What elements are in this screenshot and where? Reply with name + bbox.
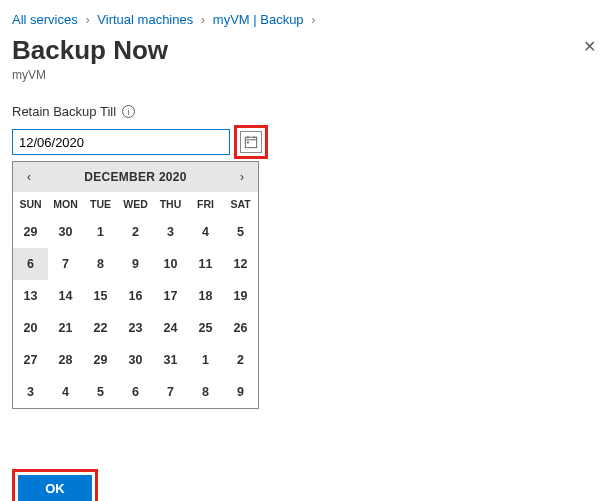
- chevron-right-icon: ›: [307, 12, 319, 27]
- retain-till-label: Retain Backup Till i: [12, 104, 600, 119]
- calendar-day-cell[interactable]: 1: [188, 344, 223, 376]
- calendar-day-cell[interactable]: 22: [83, 312, 118, 344]
- calendar-day-cell[interactable]: 29: [13, 216, 48, 248]
- chevron-right-icon: ›: [81, 12, 93, 27]
- breadcrumb-link[interactable]: Virtual machines: [97, 12, 193, 27]
- calendar-day-cell[interactable]: 26: [223, 312, 258, 344]
- calendar-day-cell[interactable]: 8: [83, 248, 118, 280]
- chevron-left-icon: ‹: [27, 170, 31, 184]
- calendar-day-cell[interactable]: 24: [153, 312, 188, 344]
- calendar-day-cell[interactable]: 23: [118, 312, 153, 344]
- info-icon[interactable]: i: [122, 105, 135, 118]
- calendar-day-cell[interactable]: 28: [48, 344, 83, 376]
- calendar-day-cell[interactable]: 27: [13, 344, 48, 376]
- calendar-day-cell[interactable]: 1: [83, 216, 118, 248]
- chevron-right-icon: ›: [240, 170, 244, 184]
- calendar-weekday-label: TUE: [83, 192, 118, 216]
- svg-rect-0: [245, 137, 256, 148]
- calendar-day-cell[interactable]: 8: [188, 376, 223, 408]
- calendar-day-cell[interactable]: 17: [153, 280, 188, 312]
- breadcrumb-link[interactable]: myVM | Backup: [213, 12, 304, 27]
- calendar-day-cell[interactable]: 30: [118, 344, 153, 376]
- date-picker-calendar: ‹ DECEMBER 2020 › SUNMONTUEWEDTHUFRISAT …: [12, 161, 259, 409]
- calendar-day-cell[interactable]: 31: [153, 344, 188, 376]
- calendar-day-cell[interactable]: 6: [13, 248, 48, 280]
- next-month-button[interactable]: ›: [232, 170, 252, 184]
- calendar-day-cell[interactable]: 5: [223, 216, 258, 248]
- calendar-day-cell[interactable]: 29: [83, 344, 118, 376]
- calendar-icon: [244, 135, 258, 149]
- svg-rect-4: [247, 142, 249, 144]
- field-label-text: Retain Backup Till: [12, 104, 116, 119]
- calendar-day-cell[interactable]: 7: [153, 376, 188, 408]
- calendar-day-cell[interactable]: 13: [13, 280, 48, 312]
- retain-till-input[interactable]: [12, 129, 230, 155]
- calendar-day-cell[interactable]: 25: [188, 312, 223, 344]
- calendar-weekday-label: THU: [153, 192, 188, 216]
- calendar-day-cell[interactable]: 10: [153, 248, 188, 280]
- close-icon: ✕: [583, 38, 596, 55]
- calendar-month-label: DECEMBER 2020: [39, 170, 232, 184]
- calendar-button[interactable]: [240, 131, 262, 153]
- calendar-weekday-label: SUN: [13, 192, 48, 216]
- calendar-grid: SUNMONTUEWEDTHUFRISAT 293012345678910111…: [13, 192, 258, 408]
- highlight-calendar-button: [234, 125, 268, 159]
- calendar-day-cell[interactable]: 3: [153, 216, 188, 248]
- calendar-day-cell[interactable]: 4: [48, 376, 83, 408]
- calendar-day-cell[interactable]: 15: [83, 280, 118, 312]
- calendar-weekday-label: SAT: [223, 192, 258, 216]
- calendar-weekday-label: WED: [118, 192, 153, 216]
- ok-button[interactable]: OK: [18, 475, 92, 501]
- calendar-day-cell[interactable]: 3: [13, 376, 48, 408]
- breadcrumb-link[interactable]: All services: [12, 12, 78, 27]
- page-subtitle: myVM: [12, 68, 168, 82]
- calendar-weekday-label: MON: [48, 192, 83, 216]
- calendar-day-cell[interactable]: 5: [83, 376, 118, 408]
- calendar-day-cell[interactable]: 9: [223, 376, 258, 408]
- calendar-day-cell[interactable]: 20: [13, 312, 48, 344]
- calendar-day-cell[interactable]: 7: [48, 248, 83, 280]
- calendar-day-cell[interactable]: 19: [223, 280, 258, 312]
- calendar-day-cell[interactable]: 9: [118, 248, 153, 280]
- calendar-day-cell[interactable]: 18: [188, 280, 223, 312]
- calendar-weekday-label: FRI: [188, 192, 223, 216]
- page-title: Backup Now: [12, 35, 168, 66]
- close-button[interactable]: ✕: [579, 33, 600, 60]
- calendar-day-cell[interactable]: 4: [188, 216, 223, 248]
- chevron-right-icon: ›: [197, 12, 209, 27]
- highlight-ok-button: OK: [12, 469, 98, 501]
- breadcrumb: All services › Virtual machines › myVM |…: [12, 12, 600, 27]
- calendar-day-cell[interactable]: 11: [188, 248, 223, 280]
- calendar-day-cell[interactable]: 12: [223, 248, 258, 280]
- calendar-day-cell[interactable]: 2: [223, 344, 258, 376]
- calendar-day-cell[interactable]: 21: [48, 312, 83, 344]
- calendar-day-cell[interactable]: 30: [48, 216, 83, 248]
- calendar-day-cell[interactable]: 16: [118, 280, 153, 312]
- calendar-day-cell[interactable]: 14: [48, 280, 83, 312]
- prev-month-button[interactable]: ‹: [19, 170, 39, 184]
- calendar-day-cell[interactable]: 2: [118, 216, 153, 248]
- calendar-day-cell[interactable]: 6: [118, 376, 153, 408]
